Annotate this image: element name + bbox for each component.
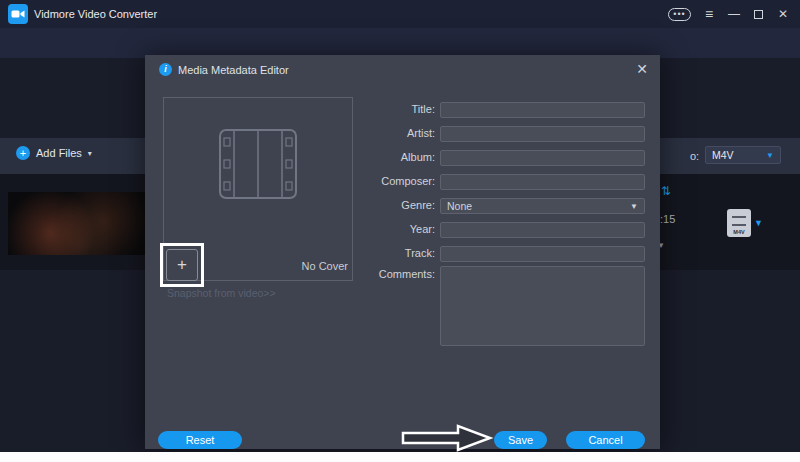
comments-label: Comments: [360,268,435,280]
output-format-value: M4V [712,149,734,161]
minimize-icon[interactable]: — [725,0,743,28]
convert-to-label: o: [690,150,699,162]
bottom-strip [0,452,800,462]
titlebar: Vidmore Video Converter ••• ≡ — ✕ [0,0,800,28]
title-label: Title: [360,103,435,115]
genre-value: None [447,200,472,212]
swap-icon[interactable]: ⇅ [661,184,671,198]
genre-select[interactable]: None ▼ [440,198,645,214]
info-icon: i [159,63,172,76]
composer-label: Composer: [360,175,435,187]
snapshot-from-video-link[interactable]: Snapshot from video>> [167,287,276,299]
app-logo-icon [8,4,28,24]
maximize-glyph [754,10,763,19]
artist-input[interactable] [440,126,645,142]
format-badge-button[interactable]: M4V [727,209,751,237]
feedback-icon[interactable]: ••• [668,8,691,21]
video-thumbnail[interactable] [8,192,149,255]
app-title: Vidmore Video Converter [34,8,157,20]
album-label: Album: [360,151,435,163]
duration-text: :15 [660,213,675,225]
chevron-down-icon: ▼ [766,151,774,160]
format-badge-label: M4V [733,229,744,235]
chevron-down-icon: ▾ [88,149,92,158]
main-toolbar [0,28,800,58]
artist-label: Artist: [360,127,435,139]
genre-label: Genre: [360,199,435,211]
comments-textarea[interactable] [440,266,645,346]
save-button[interactable]: Save [494,431,547,449]
dialog-title: Media Metadata Editor [178,64,289,76]
add-cover-button[interactable]: + [160,243,204,287]
composer-input[interactable] [440,174,645,190]
app-window: Vidmore Video Converter ••• ≡ — ✕ [0,0,800,462]
album-input[interactable] [440,150,645,166]
reset-button[interactable]: Reset [158,431,242,449]
plus-icon: + [166,249,198,281]
track-label: Track: [360,247,435,259]
add-files-button[interactable]: + Add Files ▾ [16,146,92,160]
chevron-down-icon: ▼ [630,202,638,211]
add-files-label: Add Files [36,147,82,159]
close-window-icon[interactable]: ✕ [774,0,792,28]
file-lines-icon [732,216,746,226]
title-input[interactable] [440,102,645,118]
output-format-dropdown[interactable]: M4V ▼ [705,146,781,164]
year-input[interactable] [440,222,645,238]
media-metadata-editor-dialog: i Media Metadata Editor ✕ [145,55,660,449]
cancel-button[interactable]: Cancel [566,431,645,449]
no-cover-label: No Cover [263,260,348,272]
add-plus-icon: + [16,146,30,160]
menu-icon[interactable]: ≡ [700,0,718,28]
maximize-icon[interactable] [749,0,767,28]
dialog-close-icon[interactable]: ✕ [636,61,648,77]
chevron-down-icon[interactable]: ▼ [754,218,763,228]
track-input[interactable] [440,246,645,262]
filmstrip-icon [218,128,298,204]
year-label: Year: [360,223,435,235]
